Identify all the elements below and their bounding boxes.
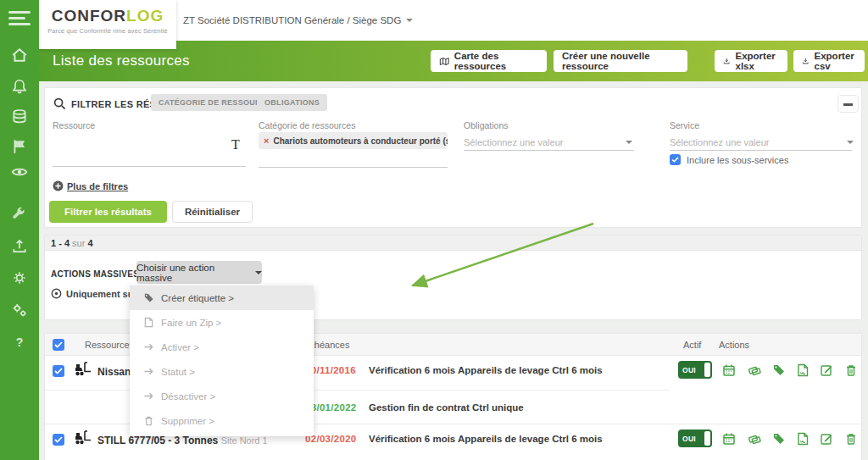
eye-icon[interactable] [11, 163, 28, 180]
calendar-icon[interactable] [722, 432, 736, 446]
flag-icon[interactable] [11, 138, 28, 155]
ressource-label: Ressource [53, 120, 95, 130]
menu-item-activer[interactable]: Activer > [130, 335, 314, 359]
tab-obligations[interactable]: OBLIGATIONS [257, 94, 327, 111]
edit-icon[interactable] [820, 432, 833, 446]
more-filters-link[interactable]: Plus de filtres [67, 181, 128, 191]
obligations-underline [464, 150, 634, 151]
chevron-down-icon[interactable] [626, 141, 632, 144]
database-icon[interactable] [11, 108, 28, 125]
obligations-label: Obligations [464, 120, 509, 130]
app-root: ? ConforLog Parce que Conformité rime av… [0, 0, 868, 460]
search-icon [53, 97, 66, 110]
trash-icon[interactable] [844, 432, 858, 446]
wrench-icon[interactable] [11, 207, 28, 224]
resource-name[interactable]: STILL 6777/05 - 3 Tonnes Site Nord 1 [97, 435, 268, 446]
sidebar: ? [0, 0, 39, 460]
results-range: 1 - 4 [51, 238, 70, 248]
actif-toggle[interactable]: OUI [678, 361, 712, 379]
menu-item-creer-etiquette[interactable]: Créer étiquette > [130, 285, 314, 310]
service-select-value[interactable]: Sélectionnez une valeur [670, 137, 769, 147]
resource-site: Site Nord 1 [221, 435, 268, 446]
collapse-filter-button[interactable] [837, 95, 859, 113]
actif-toggle-label: OUI [682, 435, 696, 443]
row-checkbox[interactable] [53, 434, 64, 446]
download-icon [723, 56, 730, 66]
mass-action-dropdown-button[interactable]: Choisir une action massive [136, 261, 262, 284]
arrow-right-icon [143, 341, 154, 352]
mass-action-dropdown-label: Choisir une action massive [136, 263, 249, 283]
row-checkbox[interactable] [53, 365, 64, 377]
chevron-down-icon[interactable] [847, 141, 854, 144]
reset-filters-button[interactable]: Réinitialiser [172, 201, 253, 223]
gears-icon[interactable] [11, 302, 28, 319]
tag-icon[interactable] [772, 432, 786, 446]
chevron-down-icon [406, 19, 413, 22]
trash-icon[interactable] [844, 363, 858, 377]
tag-icon[interactable] [772, 363, 786, 377]
obligation-label: Gestion fin de contrat Ctrl unique [369, 402, 524, 413]
results-total: 4 [87, 238, 92, 248]
selection-scope-label: Uniquement su [66, 289, 133, 299]
actif-toggle-label: OUI [682, 366, 696, 374]
categorie-selected-chip[interactable]: × Chariots automoteurs à conducteur port… [259, 132, 448, 149]
minus-icon [843, 103, 853, 106]
export-xlsx-button[interactable]: Exporter xlsx [715, 50, 787, 72]
menu-icon[interactable] [8, 11, 31, 28]
map-resources-button[interactable]: Carte des ressources [431, 50, 547, 72]
pdf-icon[interactable] [796, 363, 810, 377]
results-separator: sur [72, 238, 85, 248]
company-selector-label: ZT Société DISTRIBUTION Générale / Siège… [183, 15, 401, 25]
categorie-chip-label: Chariots automoteurs à conducteur porté … [273, 136, 448, 146]
column-header-resource: Ressource [85, 340, 130, 350]
file-icon [143, 317, 154, 328]
map-icon [439, 56, 449, 67]
calendar-icon[interactable] [722, 363, 736, 377]
ressource-input[interactable] [53, 141, 222, 152]
forklift-icon [73, 429, 93, 447]
arrow-right-icon [143, 366, 154, 377]
bell-icon[interactable] [11, 78, 28, 95]
export-csv-label: Exporter csv [815, 51, 856, 71]
obligations-select-value[interactable]: Sélectionnez une valeur [464, 137, 563, 147]
tag-icon [143, 292, 154, 303]
service-underline [670, 150, 852, 151]
tags-icon[interactable] [748, 363, 761, 377]
create-resource-label: Créer une nouvelle ressource [562, 51, 679, 71]
selection-scope-note[interactable]: Uniquement su [51, 288, 133, 299]
gear-icon[interactable] [11, 269, 28, 286]
include-subservices-checkbox[interactable] [670, 154, 681, 165]
create-resource-button[interactable]: Créer une nouvelle ressource [554, 50, 687, 72]
text-format-icon[interactable]: T [231, 137, 240, 152]
export-csv-button[interactable]: Exporter csv [793, 50, 865, 72]
menu-item-desactiver[interactable]: Désactiver > [130, 384, 314, 408]
menu-item-faire-un-zip[interactable]: Faire un Zip > [130, 310, 314, 335]
edit-icon[interactable] [820, 363, 833, 377]
results-count-bar: 1 - 4 sur 4 [45, 236, 861, 251]
mass-action-menu: Créer étiquette > Faire un Zip > Activer… [130, 285, 314, 436]
app-logo: ConforLog Parce que Conformité rime avec… [39, 0, 176, 49]
chip-remove-icon[interactable]: × [264, 136, 269, 146]
categorie-label: Catégorie de ressources [259, 120, 355, 130]
tags-icon[interactable] [748, 432, 761, 446]
apply-filters-button[interactable]: Filtrer les résultats [49, 201, 167, 223]
logo-text: ConforLog [39, 8, 176, 25]
company-selector[interactable]: ZT Société DISTRIBUTION Générale / Siège… [183, 0, 413, 41]
toggle-knob [704, 363, 710, 377]
target-icon [51, 288, 62, 299]
home-icon[interactable] [11, 47, 28, 64]
upload-icon[interactable] [11, 238, 28, 255]
pdf-icon[interactable] [796, 432, 810, 446]
select-all-checkbox[interactable] [53, 339, 64, 351]
ressource-underline [53, 166, 246, 167]
menu-item-statut[interactable]: Statut > [130, 359, 314, 384]
export-xlsx-label: Exporter xlsx [735, 51, 779, 71]
map-resources-label: Carte des ressources [454, 51, 538, 71]
plus-circle-icon[interactable] [53, 180, 64, 191]
help-icon[interactable]: ? [11, 335, 28, 352]
column-header-actions: Actions [719, 340, 749, 350]
download-icon [802, 56, 810, 66]
actif-toggle[interactable]: OUI [678, 430, 712, 447]
menu-item-supprimer[interactable]: Supprimer > [130, 408, 314, 433]
forklift-icon [73, 360, 93, 379]
